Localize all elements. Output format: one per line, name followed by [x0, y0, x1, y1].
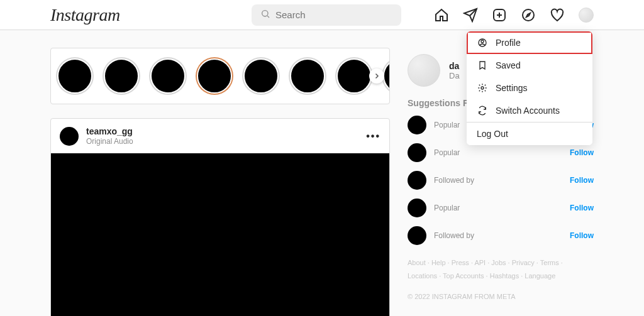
suggestion-avatar[interactable]	[408, 143, 426, 162]
footer-link[interactable]: Hashtags	[490, 272, 519, 280]
dropdown-item-switch[interactable]: Switch Accounts	[467, 99, 592, 122]
footer-link[interactable]: Language	[525, 272, 555, 280]
follow-button[interactable]: Follow	[570, 231, 594, 240]
home-icon[interactable]	[434, 8, 449, 23]
chevron-right-icon	[373, 72, 380, 80]
dropdown-label: Settings	[496, 83, 528, 93]
gear-icon	[477, 83, 488, 93]
story-item[interactable]	[290, 58, 325, 94]
current-username[interactable]: da	[449, 61, 460, 71]
footer-link[interactable]: Locations	[408, 272, 437, 280]
current-displayname: Da	[449, 71, 460, 80]
story-item[interactable]	[150, 58, 186, 94]
story-item[interactable]	[57, 58, 92, 94]
footer-link[interactable]: About	[408, 259, 426, 266]
search-wrap	[252, 4, 401, 26]
current-user-text: da Da	[449, 61, 460, 80]
post-more-button[interactable]: •••	[366, 131, 380, 142]
follow-button[interactable]: Follow	[570, 176, 594, 185]
footer-link[interactable]: Press	[452, 259, 469, 266]
suggestion-sub: Popular	[434, 204, 460, 212]
new-post-icon[interactable]	[492, 8, 507, 23]
copyright: © 2022 INSTAGRAM FROM META	[408, 293, 594, 300]
footer-link[interactable]: API	[474, 259, 486, 266]
post-media[interactable]	[51, 153, 389, 316]
post-user-block: teamxo_gg Original Audio	[86, 126, 133, 146]
stories-next-button[interactable]	[369, 68, 384, 84]
suggestion-sub: Followed by	[434, 176, 474, 185]
story-item[interactable]	[243, 58, 279, 94]
follow-button[interactable]: Follow	[570, 148, 594, 157]
suggestion-avatar[interactable]	[408, 171, 426, 190]
post-avatar[interactable]	[60, 127, 79, 146]
suggestion-row: Followed by Follow	[408, 226, 594, 245]
search-icon	[260, 9, 270, 21]
instagram-logo[interactable]: Instagram	[50, 5, 120, 25]
suggestion-avatar[interactable]	[408, 199, 426, 217]
profile-avatar-button[interactable]	[579, 8, 594, 23]
suggestion-row: Popular Follow	[408, 143, 594, 162]
suggestion-sub: Followed by	[434, 231, 474, 240]
feed-post: teamxo_gg Original Audio •••	[50, 118, 390, 316]
bookmark-icon	[477, 60, 488, 70]
story-item[interactable]	[104, 58, 139, 94]
svg-point-10	[481, 87, 484, 89]
post-subtitle: Original Audio	[86, 137, 133, 146]
dropdown-item-settings[interactable]: Settings	[467, 77, 592, 99]
dropdown-label: Switch Accounts	[496, 106, 560, 116]
search-input[interactable]	[252, 4, 401, 26]
suggestion-avatar[interactable]	[408, 226, 426, 245]
footer-link[interactable]: Privacy	[512, 259, 535, 266]
footer-links: About · Help · Press · API · Jobs · Priv…	[408, 256, 594, 283]
suggestion-avatar[interactable]	[408, 116, 426, 134]
dropdown-item-profile[interactable]: Profile	[467, 31, 592, 54]
svg-point-0	[262, 10, 268, 16]
footer-link[interactable]: Jobs	[491, 259, 506, 266]
story-item[interactable]	[197, 58, 232, 94]
top-bar: Instagram	[0, 0, 644, 30]
post-username[interactable]: teamxo_gg	[86, 126, 133, 136]
dropdown-label: Profile	[496, 38, 521, 48]
suggestion-sub: Popular	[434, 121, 460, 129]
story-item[interactable]	[336, 58, 372, 94]
messenger-icon[interactable]	[463, 8, 478, 23]
avatar-icon	[579, 8, 594, 23]
avatar-icon[interactable]	[408, 54, 440, 87]
switch-icon	[477, 106, 488, 116]
svg-marker-7	[526, 13, 530, 17]
nav-icons	[434, 8, 594, 23]
post-header: teamxo_gg Original Audio •••	[51, 119, 389, 153]
footer-link[interactable]: Top Accounts	[443, 272, 484, 280]
stories-tray	[50, 48, 390, 104]
suggestion-sub: Popular	[434, 148, 460, 157]
dropdown-item-saved[interactable]: Saved	[467, 54, 592, 77]
dropdown-item-logout[interactable]: Log Out	[467, 122, 592, 145]
suggestion-row: Popular Follow	[408, 199, 594, 217]
profile-dropdown: Profile Saved Settings Switch Accounts L…	[467, 31, 592, 145]
suggestion-row: Followed by Follow	[408, 171, 594, 190]
footer-link[interactable]: Terms	[540, 259, 559, 266]
feed-column: teamxo_gg Original Audio •••	[50, 48, 390, 316]
svg-point-9	[481, 40, 484, 43]
follow-button[interactable]: Follow	[570, 204, 594, 212]
activity-icon[interactable]	[550, 8, 565, 23]
svg-point-6	[523, 9, 534, 21]
svg-line-1	[267, 16, 269, 18]
dropdown-label: Log Out	[477, 129, 508, 139]
dropdown-label: Saved	[496, 60, 521, 70]
footer-link[interactable]: Help	[431, 259, 446, 266]
explore-icon[interactable]	[521, 8, 536, 23]
profile-icon	[477, 38, 488, 48]
